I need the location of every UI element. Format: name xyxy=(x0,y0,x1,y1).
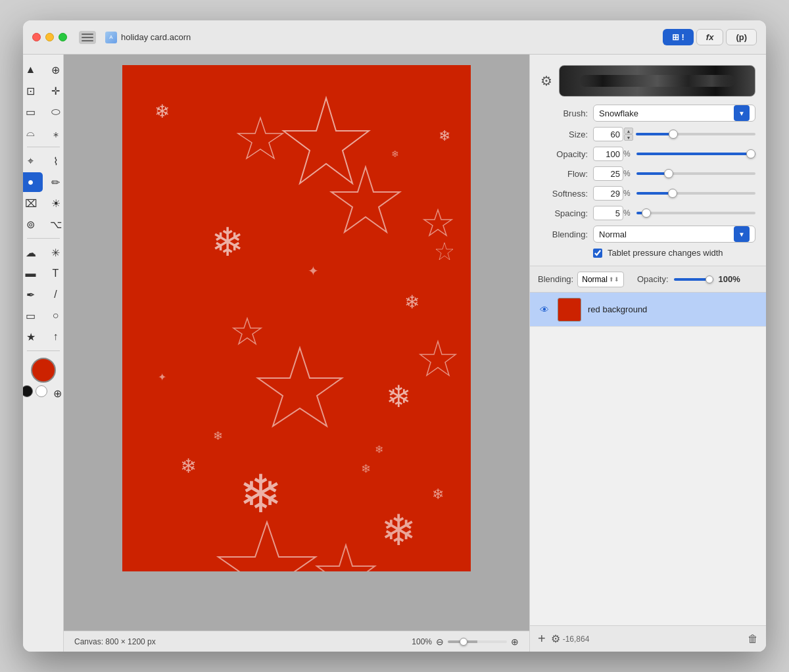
svg-text:❄: ❄ xyxy=(404,292,419,312)
tablet-pressure-label: Tablet pressure changes width xyxy=(608,248,723,258)
dodge-tool[interactable]: ☀ xyxy=(44,193,64,213)
softness-slider[interactable] xyxy=(636,192,755,195)
blending-label: Blending: xyxy=(540,229,588,239)
black-color[interactable] xyxy=(23,385,33,397)
spacing-label: Spacing: xyxy=(540,208,588,218)
spacing-slider[interactable] xyxy=(636,212,755,214)
layer-visibility-eye-icon[interactable]: 👁 xyxy=(538,303,551,316)
ellipse-shape-tool[interactable]: ○ xyxy=(44,306,64,325)
foreground-color[interactable] xyxy=(31,358,56,383)
blending-dropdown-arrow-icon: ▼ xyxy=(734,226,750,242)
svg-text:❄: ❄ xyxy=(386,379,412,414)
toolbar-divider-2 xyxy=(27,238,60,239)
sidebar-toggle-button[interactable] xyxy=(79,31,96,44)
zoom-percent: 100% xyxy=(412,637,432,646)
zoom-out-icon[interactable]: ⊖ xyxy=(436,636,444,647)
delete-layer-button[interactable]: 🗑 xyxy=(748,633,758,645)
zoom-in-icon[interactable]: ⊕ xyxy=(511,636,519,647)
pencil-tool[interactable]: ✏ xyxy=(44,172,64,192)
rect-shape-tool[interactable]: ▭ xyxy=(23,306,43,325)
size-label: Size: xyxy=(540,130,588,139)
size-decrement[interactable]: ▼ xyxy=(624,134,633,141)
softness-unit: % xyxy=(623,189,633,198)
opacity-slider[interactable] xyxy=(636,153,755,155)
layers-panel-button[interactable]: ⊞ ! xyxy=(663,29,694,45)
svg-text:❄: ❄ xyxy=(361,462,371,475)
layers-blend-dropdown[interactable]: Normal ⬆⬇ xyxy=(577,272,624,287)
fx-button[interactable]: fx xyxy=(696,29,724,45)
smudge-tool[interactable]: ⊚ xyxy=(23,214,43,234)
canvas[interactable]: ❄ ❄ ❄ ❄ ❄ xyxy=(122,65,471,571)
right-panel: ⚙ Brush: Snowflake ▼ Size: xyxy=(529,55,766,652)
size-value[interactable]: 60 xyxy=(593,127,623,141)
text-tool[interactable]: T xyxy=(44,264,64,283)
brush-settings-gear-icon[interactable]: ⚙ xyxy=(540,73,552,89)
opacity-label: Opacity: xyxy=(540,149,588,159)
svg-text:❄: ❄ xyxy=(213,429,223,443)
svg-marker-2 xyxy=(238,118,283,158)
move-tool[interactable]: ✛ xyxy=(44,81,64,101)
minimize-button[interactable] xyxy=(45,33,54,41)
zoom-out-tool[interactable]: ⊕ xyxy=(50,385,64,401)
flow-value[interactable]: 25 xyxy=(593,166,623,181)
spacing-value[interactable]: 5 xyxy=(593,206,623,220)
main-window: A holiday card.acorn ⊞ ! fx (p) ▲ ⊕ ⊡ ✛ … xyxy=(23,20,766,652)
layers-opacity-value: 100% xyxy=(719,274,740,284)
magic-wand-tool[interactable]: ⁎ xyxy=(44,123,64,143)
main-content: ▲ ⊕ ⊡ ✛ ▭ ⬭ ⌓ ⁎ ⌖ ⌇ ● ✏ xyxy=(23,55,766,652)
rect-select-tool[interactable]: ▭ xyxy=(23,102,43,122)
canvas-decorations: ❄ ❄ ❄ ❄ ❄ xyxy=(122,65,471,571)
pen-tool[interactable]: ✒ xyxy=(23,285,43,304)
blending-dropdown[interactable]: Normal ▼ xyxy=(593,226,755,243)
brush-dropdown[interactable]: Snowflake ▼ xyxy=(593,105,755,122)
crop-tool[interactable]: ⊡ xyxy=(23,81,43,101)
size-slider[interactable] xyxy=(636,133,755,135)
add-layer-button[interactable]: + xyxy=(538,631,546,646)
layer-name: red background xyxy=(588,304,758,314)
opacity-value[interactable]: 100 xyxy=(593,147,623,161)
zoom-slider[interactable] xyxy=(448,640,507,643)
clone-tool[interactable]: ⌥ xyxy=(44,214,64,234)
svg-text:❄: ❄ xyxy=(391,149,399,159)
star-shape-tool[interactable]: ★ xyxy=(23,327,43,347)
sun-tool[interactable]: ✳ xyxy=(44,243,64,262)
close-button[interactable] xyxy=(32,33,41,41)
tablet-pressure-checkbox[interactable] xyxy=(593,249,602,258)
maximize-button[interactable] xyxy=(59,33,67,41)
svg-text:❄: ❄ xyxy=(381,506,416,554)
p-button[interactable]: (p) xyxy=(726,29,757,45)
svg-marker-10 xyxy=(258,348,342,426)
svg-text:❄: ❄ xyxy=(180,455,197,477)
softness-value[interactable]: 29 xyxy=(593,186,623,201)
brush-label: Brush: xyxy=(540,108,588,118)
line-tool[interactable]: / xyxy=(44,285,64,304)
flow-slider[interactable] xyxy=(636,172,755,175)
flow-unit: % xyxy=(623,169,633,178)
layers-panel: Blending: Normal ⬆⬇ Opacity: 100% 👁 xyxy=(530,266,766,652)
eyedropper-tool[interactable]: ⌖ xyxy=(23,151,43,171)
cloud-tool[interactable]: ☁ xyxy=(23,243,43,262)
titlebar-tools: ⊞ ! fx (p) xyxy=(663,29,757,45)
layer-settings-gear-icon[interactable]: ⚙ xyxy=(551,633,560,645)
layers-footer: + ⚙ -16,864 🗑 xyxy=(530,625,766,652)
white-color[interactable] xyxy=(36,385,47,397)
brush-stroke-preview xyxy=(579,75,736,87)
svg-marker-0 xyxy=(283,98,369,183)
zoom-tool[interactable]: ⊕ xyxy=(44,60,64,80)
ellipse-select-tool[interactable]: ⬭ xyxy=(44,102,64,122)
selection-tool[interactable]: ▲ xyxy=(23,60,43,80)
eraser-tool[interactable]: ⌧ xyxy=(23,193,43,213)
lasso-tool[interactable]: ⌓ xyxy=(23,123,43,143)
size-increment[interactable]: ▲ xyxy=(624,128,633,134)
layer-item[interactable]: 👁 red background xyxy=(530,293,766,327)
size-stepper[interactable]: ▲ ▼ xyxy=(624,128,633,141)
wand-tool[interactable]: ⌇ xyxy=(44,151,64,171)
gradient-tool[interactable]: ▬ xyxy=(23,264,43,283)
layers-opacity-slider[interactable] xyxy=(674,278,713,281)
canvas-wrapper[interactable]: ❄ ❄ ❄ ❄ ❄ xyxy=(64,55,529,631)
brush-tool[interactable]: ● xyxy=(23,172,43,192)
arrow-shape-tool[interactable]: ↑ xyxy=(44,327,64,347)
canvas-status: Canvas: 800 × 1200 px xyxy=(74,637,156,646)
svg-marker-6 xyxy=(424,210,452,235)
brush-preview-row: ⚙ xyxy=(540,65,755,97)
